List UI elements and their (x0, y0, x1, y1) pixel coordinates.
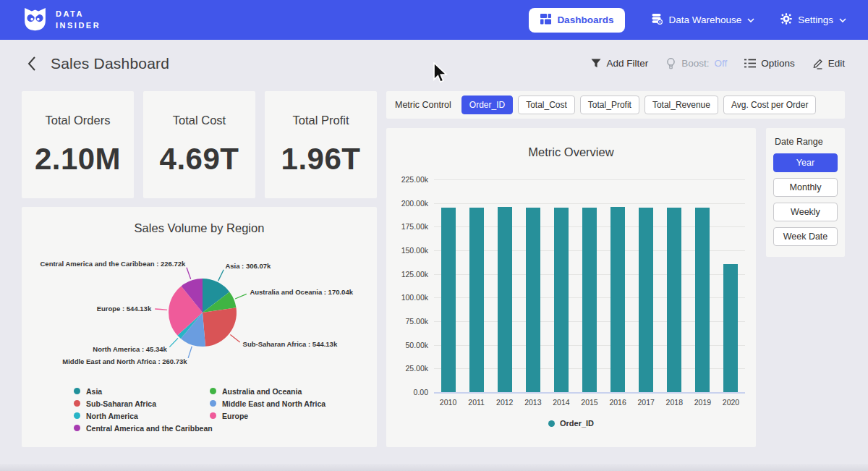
bar-slot (717, 179, 745, 392)
legend-label: Australia and Oceania (222, 387, 302, 396)
x-axis-tick-label: 2017 (632, 398, 660, 407)
kpi-value: 4.69T (160, 142, 239, 177)
dashboards-button[interactable]: Dashboards (529, 8, 625, 33)
legend-dot (548, 420, 555, 427)
pie-slice-label: Asia : 306.07k (225, 262, 271, 270)
pie-slice-label: Australia and Oceania : 170.04k (250, 288, 353, 296)
bar-2013[interactable] (526, 208, 540, 392)
x-axis-tick-label: 2013 (519, 398, 547, 407)
date-range-options: YearMonthlyWeeklyWeek Date (773, 153, 838, 246)
bar-chart-panel: Metric Overview 225.00k200.00k175.00k150… (386, 128, 756, 447)
x-axis-tick-label: 2015 (575, 398, 603, 407)
bar-chart-legend[interactable]: Order_ID (386, 419, 756, 428)
metric-chip-total-profit[interactable]: Total_Profit (580, 96, 639, 114)
brand-logo[interactable]: DATA INSIDER (22, 5, 101, 35)
chevron-down-icon (747, 18, 754, 22)
bar-slot (462, 179, 490, 392)
top-nav: DATA INSIDER Dashboards (0, 0, 868, 40)
metric-chip-total-cost[interactable]: Total_Cost (518, 96, 575, 114)
pie-legend-item-middle-east-and-north-africa[interactable]: Middle East and North Africa (210, 397, 326, 410)
date-range-weekly[interactable]: Weekly (773, 203, 838, 221)
bar-2010[interactable] (441, 208, 456, 392)
kpi-label: Total Cost (173, 114, 226, 127)
pie-chart: Asia : 306.07kAustralia and Oceania : 17… (22, 239, 377, 381)
date-range-week-date[interactable]: Week Date (773, 227, 838, 246)
bar-2015[interactable] (582, 208, 597, 392)
legend-dot (210, 400, 216, 407)
date-range-panel: Date Range YearMonthlyWeeklyWeek Date (766, 128, 845, 257)
x-axis-labels: 2010201120122013201420152016201720182019… (434, 398, 745, 407)
pie-label-line (169, 338, 178, 347)
pie-legend-item-sub-saharan-africa[interactable]: Sub-Saharan Africa (74, 397, 213, 410)
y-axis-tick-label: 100.00k (388, 293, 428, 302)
brand-name: DATA INSIDER (56, 9, 101, 32)
legend-dot (74, 425, 80, 431)
legend-label: Asia (86, 387, 102, 396)
metric-chip-total-revenue[interactable]: Total_Revenue (644, 96, 718, 114)
pie-slice-label: Central America and the Caribbean : 226.… (40, 260, 186, 268)
x-axis-tick-label: 2011 (462, 398, 490, 407)
y-axis-tick-label: 175.00k (388, 222, 428, 231)
y-axis-tick-label: 50.00k (388, 341, 428, 349)
legend-label: Middle East and North Africa (222, 399, 326, 408)
bar-2017[interactable] (639, 208, 653, 392)
pie-legend-item-asia[interactable]: Asia (74, 385, 213, 397)
pie-label-line (235, 294, 247, 299)
x-axis-tick-label: 2020 (717, 398, 745, 407)
pie-legend-item-north-america[interactable]: North America (74, 410, 213, 422)
bar-2012[interactable] (498, 207, 512, 392)
bar-chart-title: Metric Overview (386, 145, 756, 159)
edit-button[interactable]: Edit (812, 58, 845, 69)
bars-container (434, 179, 745, 392)
settings-label: Settings (798, 14, 833, 25)
date-range-title: Date Range (775, 137, 838, 147)
pie-label-line (187, 268, 191, 279)
data-warehouse-menu[interactable]: Data Warehouse (651, 13, 754, 27)
pie-legend-item-europe[interactable]: Europe (210, 410, 326, 422)
metric-control-label: Metric Control (395, 100, 451, 110)
add-filter-button[interactable]: Add Filter (591, 58, 648, 69)
bar-2011[interactable] (469, 208, 484, 392)
bar-slot (689, 179, 717, 392)
back-button[interactable] (23, 55, 41, 72)
options-button[interactable]: Options (744, 58, 795, 69)
bar-2014[interactable] (554, 208, 569, 392)
bar-slot (660, 179, 689, 392)
pie-label-line (230, 335, 239, 343)
x-axis-tick-label: 2019 (689, 398, 717, 407)
bar-slot (519, 179, 547, 392)
kpi-label: Total Orders (46, 114, 111, 127)
legend-dot (210, 388, 216, 394)
bar-2016[interactable] (610, 207, 625, 392)
pie-legend-column-1: AsiaSub-Saharan AfricaNorth AmericaCentr… (74, 385, 213, 434)
date-range-year[interactable]: Year (773, 153, 838, 172)
bar-2020[interactable] (723, 264, 738, 392)
pie-legend-item-australia-and-oceania[interactable]: Australia and Oceania (210, 385, 326, 397)
x-axis-tick-label: 2018 (660, 398, 689, 407)
date-range-monthly[interactable]: Monthly (773, 178, 838, 197)
y-axis-tick-label: 150.00k (388, 246, 428, 255)
legend-label: Order_ID (560, 419, 594, 428)
list-icon (744, 59, 756, 68)
kpi-card-total-cost: Total Cost 4.69T (143, 91, 255, 198)
settings-menu[interactable]: Settings (780, 13, 846, 27)
filter-icon (591, 59, 601, 68)
bar-2018[interactable] (667, 208, 681, 392)
y-axis-tick-label: 200.00k (388, 199, 428, 208)
legend-dot (210, 412, 216, 419)
metric-control-bar: Metric Control Order_IDTotal_CostTotal_P… (386, 91, 845, 119)
edit-label: Edit (828, 58, 845, 69)
gear-icon (780, 13, 792, 27)
metric-chip-order-id[interactable]: Order_ID (461, 96, 513, 114)
add-filter-label: Add Filter (606, 58, 648, 69)
pie-label-line (155, 309, 167, 310)
metric-chip-avg-cost-per-order[interactable]: Avg. Cost per Order (723, 96, 817, 114)
app-window: DATA INSIDER Dashboards (0, 0, 868, 471)
dashboard-header: Sales Dashboard Add Filter Boost: Off (0, 40, 868, 87)
pie-slice-sub-saharan-africa[interactable] (203, 307, 237, 347)
boost-toggle[interactable]: Boost: Off (665, 58, 727, 69)
owl-logo-icon (22, 5, 48, 35)
pie-legend-item-central-america-and-the-caribbean[interactable]: Central America and the Caribbean (74, 422, 213, 434)
bar-2019[interactable] (695, 208, 710, 392)
x-axis-tick-label: 2014 (547, 398, 575, 407)
